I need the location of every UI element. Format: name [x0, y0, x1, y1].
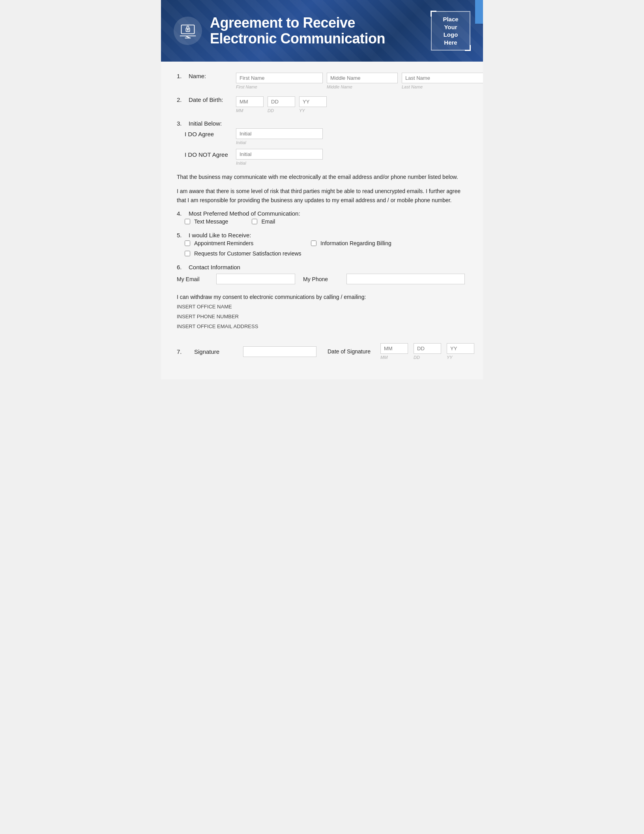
appointment-reminders-checkbox[interactable]	[185, 240, 190, 246]
computer-lock-icon	[179, 22, 197, 39]
signature-input[interactable]	[243, 346, 316, 357]
receive-label: I would Like to Receive:	[189, 232, 251, 239]
name-label: Name:	[189, 73, 236, 79]
dob-yy-group: YY	[299, 96, 327, 113]
name-row: 1. Name: First Name Middle Name Last Nam…	[177, 73, 467, 89]
sig-dd-group: DD	[414, 343, 441, 360]
signature-section: 7. Signature Date of Signature MM DD YY	[177, 343, 467, 360]
do-agree-row: I DO Agree Initial	[185, 128, 467, 145]
logo-text: PlaceYourLogoHere	[443, 15, 458, 46]
sig-dd-input[interactable]	[414, 343, 441, 354]
form-body: 1. Name: First Name Middle Name Last Nam…	[161, 62, 483, 379]
header-icon-circle	[174, 17, 202, 45]
name-number: 1.	[177, 73, 186, 79]
withdraw-section: I can withdraw my consent to electronic …	[177, 292, 467, 331]
do-not-agree-label: I DO NOT Agree	[185, 149, 236, 158]
do-agree-input[interactable]	[236, 128, 323, 139]
office-name: INSERT OFFICE NAME	[177, 302, 467, 312]
dob-yy-label: YY	[299, 108, 327, 113]
receive-number: 5.	[177, 232, 186, 239]
corner-accent	[475, 0, 483, 24]
sig-mm-group: MM	[380, 343, 408, 360]
last-name-label: Last Name	[402, 85, 483, 89]
sig-yy-input[interactable]	[447, 343, 474, 354]
page-header: Agreement to Receive Electronic Communic…	[161, 0, 483, 62]
middle-name-label: Middle Name	[327, 85, 398, 89]
date-of-signature-label: Date of Signature	[328, 348, 375, 355]
office-phone: INSERT PHONE NUMBER	[177, 312, 467, 322]
dob-dd-group: DD	[268, 96, 295, 113]
phone-label-text: My Phone	[303, 276, 339, 282]
do-agree-field-label: Initial	[236, 140, 323, 145]
dob-row: 2. Date of Birth: MM DD YY	[177, 96, 467, 113]
sig-yy-group: YY	[447, 343, 474, 360]
initial-section: 3. Initial Below: I DO Agree Initial I D…	[177, 120, 467, 165]
do-not-agree-field-label: Initial	[236, 161, 323, 165]
billing-checkbox[interactable]	[311, 240, 316, 246]
name-section: 1. Name: First Name Middle Name Last Nam…	[177, 73, 467, 89]
billing-label: Information Regarding Billing	[320, 240, 391, 246]
text-message-label: Text Message	[194, 218, 228, 225]
dob-section: 2. Date of Birth: MM DD YY	[177, 96, 467, 113]
sig-mm-input[interactable]	[380, 343, 408, 354]
withdraw-text: I can withdraw my consent to electronic …	[177, 292, 467, 302]
dob-yy-input[interactable]	[299, 96, 327, 107]
appointment-reminders-label: Appointment Reminders	[194, 240, 253, 246]
satisfaction-label: Requests for Customer Satisfaction revie…	[194, 250, 301, 257]
header-title: Agreement to Receive Electronic Communic…	[210, 15, 385, 46]
contact-label: Contact Information	[189, 264, 240, 270]
receive-heading-row: 5. I would Like to Receive:	[177, 232, 467, 239]
dob-dd-input[interactable]	[268, 96, 295, 107]
signature-number: 7.	[177, 348, 186, 355]
initial-heading-row: 3. Initial Below:	[177, 120, 467, 127]
do-agree-label: I DO Agree	[185, 128, 236, 137]
paragraph-2: I am aware that there is some level of r…	[177, 187, 467, 205]
header-left: Agreement to Receive Electronic Communic…	[174, 15, 385, 46]
contact-section: 6. Contact Information My Email My Phone	[177, 264, 467, 284]
middle-name-input[interactable]	[327, 73, 398, 83]
contact-fields-row: My Email My Phone	[177, 274, 467, 284]
office-email: INSERT OFFICE EMAIL ADDRESS	[177, 322, 467, 332]
communication-section: 4. Most Preferred Method of Communicatio…	[177, 210, 467, 225]
communication-number: 4.	[177, 210, 186, 217]
svg-point-5	[187, 29, 189, 30]
do-not-agree-row: I DO NOT Agree Initial	[185, 149, 467, 165]
email-input[interactable]	[216, 274, 295, 284]
email-option: Email	[252, 218, 275, 225]
logo-placeholder: PlaceYourLogoHere	[431, 11, 470, 51]
signature-label: Signature	[194, 348, 238, 355]
text-message-checkbox[interactable]	[185, 219, 190, 224]
do-not-agree-field-group: Initial	[236, 149, 323, 165]
signature-row: 7. Signature Date of Signature MM DD YY	[177, 343, 467, 360]
contact-number: 6.	[177, 264, 186, 270]
header-title-line2: Electronic Communication	[210, 31, 385, 47]
first-name-input[interactable]	[236, 73, 323, 83]
text-message-option: Text Message	[185, 218, 228, 225]
email-label-text: My Email	[177, 276, 208, 282]
sig-dd-label: DD	[414, 355, 441, 360]
do-not-agree-input[interactable]	[236, 149, 323, 160]
first-name-group: First Name	[236, 73, 323, 89]
satisfaction-option: Requests for Customer Satisfaction revie…	[185, 250, 467, 257]
last-name-group: Last Name	[402, 73, 483, 89]
dob-mm-group: MM	[236, 96, 264, 113]
do-agree-field-group: Initial	[236, 128, 323, 145]
dob-label: Date of Birth:	[189, 96, 236, 103]
appointment-reminders-option: Appointment Reminders	[185, 240, 295, 246]
dob-number: 2.	[177, 96, 186, 103]
communication-label: Most Preferred Method of Communication:	[189, 210, 300, 217]
last-name-input[interactable]	[402, 73, 483, 83]
paragraph-1: That the business may communicate with m…	[177, 173, 467, 181]
receive-row-1: Appointment Reminders Information Regard…	[185, 240, 467, 246]
sig-mm-label: MM	[380, 355, 408, 360]
initial-heading: Initial Below:	[189, 120, 236, 127]
phone-input[interactable]	[346, 274, 465, 284]
receive-section: 5. I would Like to Receive: Appointment …	[177, 232, 467, 257]
satisfaction-checkbox[interactable]	[185, 251, 190, 256]
dob-mm-input[interactable]	[236, 96, 264, 107]
email-checkbox[interactable]	[252, 219, 257, 224]
name-fields: First Name Middle Name Last Name	[236, 73, 483, 89]
receive-options: Appointment Reminders Information Regard…	[185, 240, 467, 257]
communication-heading-row: 4. Most Preferred Method of Communicatio…	[177, 210, 467, 217]
email-label: Email	[261, 218, 275, 225]
